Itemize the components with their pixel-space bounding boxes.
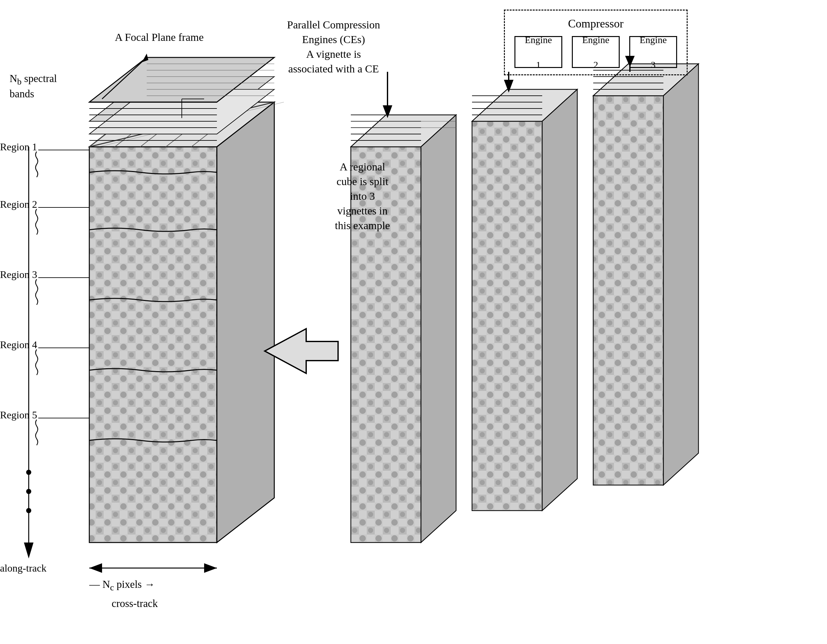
svg-marker-52 — [421, 115, 456, 542]
svg-marker-60 — [472, 121, 542, 511]
compressor-box: Compressor Engine 1 Engine 2 Engine 3 — [504, 9, 688, 75]
parallel-ce-label: Parallel CompressionEngines (CEs)A vigne… — [287, 17, 380, 76]
svg-marker-80 — [265, 329, 338, 374]
region-3-label: Region 3 — [0, 268, 37, 281]
region-4-label: Region 4 — [0, 338, 37, 352]
svg-marker-45 — [89, 563, 102, 573]
svg-point-48 — [26, 489, 31, 494]
nc-pixels-label: — Nc pixels → — [89, 578, 155, 593]
regional-cube-label: A regionalcube is splitinto 3vignettes i… — [335, 159, 390, 233]
engine-3-box: Engine 3 — [629, 36, 677, 68]
svg-point-49 — [26, 508, 31, 513]
svg-marker-46 — [204, 563, 217, 573]
region-1-label: Region 1 — [0, 141, 37, 154]
engine-2-box: Engine 2 — [572, 36, 620, 68]
svg-marker-43 — [24, 542, 33, 558]
engine-1-box: Engine 1 — [515, 36, 562, 68]
svg-point-47 — [26, 470, 31, 475]
nb-bands-label: Nb spectralbands — [9, 72, 57, 101]
region-2-label: Region 2 — [0, 198, 37, 211]
focal-plane-label: A Focal Plane frame — [115, 30, 204, 44]
engines-row: Engine 1 Engine 2 Engine 3 — [515, 36, 677, 68]
svg-marker-12 — [217, 102, 274, 542]
svg-marker-69 — [663, 64, 699, 485]
svg-marker-62 — [542, 89, 577, 511]
svg-marker-10 — [89, 147, 217, 542]
cross-track-label: cross-track — [112, 597, 158, 611]
along-track-label: along-track — [0, 562, 47, 575]
diagram-svg — [0, 0, 827, 644]
compressor-title: Compressor — [515, 17, 677, 30]
main-container: A Focal Plane frame Nb spectralbands Reg… — [0, 0, 827, 644]
region-5-label: Region 5 — [0, 408, 37, 422]
svg-marker-67 — [593, 96, 663, 485]
